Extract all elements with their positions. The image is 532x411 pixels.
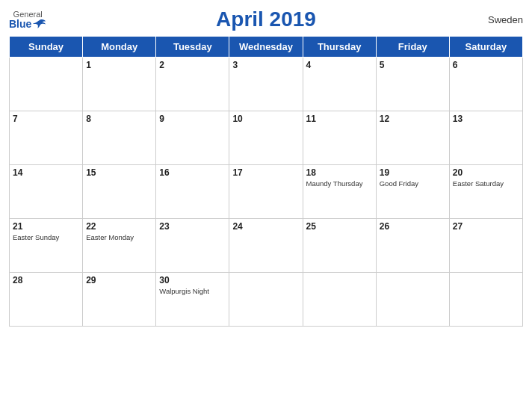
day-number-17: 17	[232, 167, 299, 178]
cell-w1-d5: 5	[376, 58, 449, 111]
logo-general: General	[13, 10, 43, 19]
cell-w5-d3	[229, 273, 303, 327]
day-number-6: 6	[453, 60, 519, 70]
day-number-4: 4	[306, 60, 373, 70]
cell-w3-d3: 17	[229, 165, 303, 219]
cell-w2-d4: 11	[303, 111, 376, 165]
cell-w1-d6: 6	[449, 58, 522, 111]
day-number-3: 3	[232, 60, 299, 70]
day-number-18: 18	[306, 167, 373, 178]
day-number-25: 25	[306, 221, 373, 232]
day-number-8: 8	[86, 114, 152, 124]
cell-w2-d5: 12	[376, 111, 449, 165]
calendar-country: Sweden	[488, 14, 523, 25]
day-number-12: 12	[380, 114, 446, 124]
cell-w3-d6: 20Easter Saturday	[449, 165, 522, 219]
day-number-23: 23	[159, 221, 226, 232]
header-friday: Friday	[376, 37, 449, 58]
day-number-28: 28	[13, 275, 79, 285]
day-number-5: 5	[380, 60, 446, 70]
day-number-27: 27	[453, 221, 519, 232]
header-wednesday: Wednesday	[229, 37, 303, 58]
cell-w4-d4: 25	[303, 219, 376, 273]
calendar-title: April 2019	[216, 7, 316, 31]
day-number-29: 29	[86, 275, 152, 285]
cell-w4-d0: 21Easter Sunday	[10, 219, 83, 273]
event-text: Walpurgis Night	[159, 287, 226, 296]
day-number-15: 15	[86, 167, 152, 178]
cell-w2-d2: 9	[156, 111, 229, 165]
header-saturday: Saturday	[449, 37, 522, 58]
day-number-19: 19	[380, 167, 446, 178]
day-number-7: 7	[13, 114, 79, 124]
week-row-2: 78910111213	[10, 111, 523, 165]
week-row-5: 282930Walpurgis Night	[10, 273, 523, 327]
cell-w1-d0	[10, 58, 83, 111]
day-number-22: 22	[86, 221, 152, 232]
cell-w3-d4: 18Maundy Thursday	[303, 165, 376, 219]
cell-w2-d1: 8	[83, 111, 156, 165]
cell-w5-d0: 28	[10, 273, 83, 327]
calendar-header: General Blue April 2019 Sweden	[9, 7, 523, 31]
day-number-30: 30	[159, 275, 226, 285]
calendar-table: Sunday Monday Tuesday Wednesday Thursday…	[9, 36, 523, 327]
day-number-13: 13	[453, 114, 519, 124]
cell-w1-d1: 1	[83, 58, 156, 111]
event-text: Maundy Thursday	[306, 179, 373, 188]
cell-w4-d1: 22Easter Monday	[83, 219, 156, 273]
cell-w5-d4	[303, 273, 376, 327]
event-text: Easter Sunday	[13, 233, 79, 242]
cell-w3-d1: 15	[83, 165, 156, 219]
cell-w4-d6: 27	[449, 219, 522, 273]
day-number-16: 16	[159, 167, 226, 178]
cell-w1-d2: 2	[156, 58, 229, 111]
event-text: Good Friday	[380, 179, 446, 188]
calendar-container: General Blue April 2019 Sweden Sunday Mo…	[0, 0, 532, 411]
day-number-20: 20	[453, 167, 519, 178]
logo-blue: Blue	[9, 19, 31, 29]
day-number-26: 26	[380, 221, 446, 232]
event-text: Easter Monday	[86, 233, 152, 242]
cell-w1-d4: 4	[303, 58, 376, 111]
week-row-3: 1415161718Maundy Thursday19Good Friday20…	[10, 165, 523, 219]
day-number-21: 21	[13, 221, 79, 232]
cell-w1-d3: 3	[229, 58, 303, 111]
cell-w5-d1: 29	[83, 273, 156, 327]
cell-w5-d5	[376, 273, 449, 327]
day-number-9: 9	[159, 114, 226, 124]
day-number-10: 10	[232, 114, 299, 124]
logo: General Blue	[9, 10, 46, 29]
day-number-24: 24	[232, 221, 299, 232]
day-number-14: 14	[13, 167, 79, 178]
cell-w3-d2: 16	[156, 165, 229, 219]
cell-w5-d6	[449, 273, 522, 327]
header-tuesday: Tuesday	[156, 37, 229, 58]
event-text: Easter Saturday	[453, 179, 519, 188]
cell-w3-d5: 19Good Friday	[376, 165, 449, 219]
day-number-2: 2	[159, 60, 226, 70]
cell-w4-d2: 23	[156, 219, 229, 273]
header-monday: Monday	[83, 37, 156, 58]
weekday-header-row: Sunday Monday Tuesday Wednesday Thursday…	[10, 37, 523, 58]
cell-w5-d2: 30Walpurgis Night	[156, 273, 229, 327]
cell-w2-d0: 7	[10, 111, 83, 165]
logo-bird-icon	[33, 19, 46, 29]
day-number-1: 1	[86, 60, 152, 70]
cell-w2-d6: 13	[449, 111, 522, 165]
day-number-11: 11	[306, 114, 373, 124]
week-row-1: 123456	[10, 58, 523, 111]
header-sunday: Sunday	[10, 37, 83, 58]
cell-w4-d5: 26	[376, 219, 449, 273]
cell-w2-d3: 10	[229, 111, 303, 165]
cell-w3-d0: 14	[10, 165, 83, 219]
header-thursday: Thursday	[303, 37, 376, 58]
cell-w4-d3: 24	[229, 219, 303, 273]
week-row-4: 21Easter Sunday22Easter Monday2324252627	[10, 219, 523, 273]
